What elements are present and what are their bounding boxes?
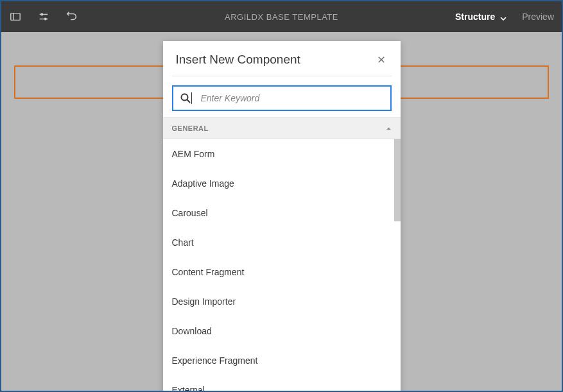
group-header-label: GENERAL: [172, 124, 209, 132]
collapse-up-icon: [386, 123, 392, 134]
preview-button[interactable]: Preview: [522, 12, 554, 22]
component-list-scroll: AEM Form Adaptive Image Carousel Chart C…: [163, 139, 401, 392]
svg-point-3: [41, 13, 43, 15]
sliders-icon[interactable]: [37, 10, 50, 23]
insert-component-dialog: Insert New Component GENERAL: [163, 41, 401, 392]
group-header-general[interactable]: GENERAL: [163, 117, 401, 139]
undo-icon[interactable]: [65, 10, 78, 23]
scrollbar-thumb[interactable]: [394, 139, 401, 221]
component-list: AEM Form Adaptive Image Carousel Chart C…: [163, 139, 401, 392]
search-box[interactable]: [172, 85, 392, 111]
list-item[interactable]: Content Fragment: [163, 257, 401, 287]
scrollbar-track[interactable]: [394, 139, 401, 392]
dialog-header: Insert New Component: [163, 41, 401, 76]
list-item[interactable]: Chart: [163, 228, 401, 257]
svg-line-9: [187, 100, 190, 103]
search-wrap: [163, 76, 401, 117]
list-item[interactable]: Experience Fragment: [163, 346, 401, 375]
list-item[interactable]: Adaptive Image: [163, 169, 401, 198]
panel-toggle-icon[interactable]: [9, 10, 22, 23]
list-item[interactable]: Carousel: [163, 198, 401, 228]
structure-label: Structure: [455, 12, 495, 22]
text-cursor: [191, 92, 192, 104]
list-item[interactable]: AEM Form: [163, 139, 401, 169]
topbar-left: [9, 10, 78, 23]
chevron-down-icon: [500, 13, 507, 20]
svg-rect-0: [11, 13, 20, 21]
close-button[interactable]: [375, 53, 388, 66]
page-title: ARGILDX BASE TEMPLATE: [225, 12, 338, 22]
search-icon: [180, 92, 191, 104]
topbar: ARGILDX BASE TEMPLATE Structure Preview: [1, 1, 562, 32]
svg-point-5: [44, 18, 46, 20]
list-item[interactable]: Download: [163, 316, 401, 346]
list-item[interactable]: Design Importer: [163, 287, 401, 316]
close-icon: [377, 56, 385, 64]
list-item[interactable]: External: [163, 375, 401, 392]
topbar-right: Structure Preview: [455, 12, 554, 22]
structure-dropdown[interactable]: Structure: [455, 12, 507, 22]
svg-point-8: [181, 94, 187, 101]
dialog-title: Insert New Component: [176, 53, 300, 67]
search-input[interactable]: [195, 93, 384, 103]
